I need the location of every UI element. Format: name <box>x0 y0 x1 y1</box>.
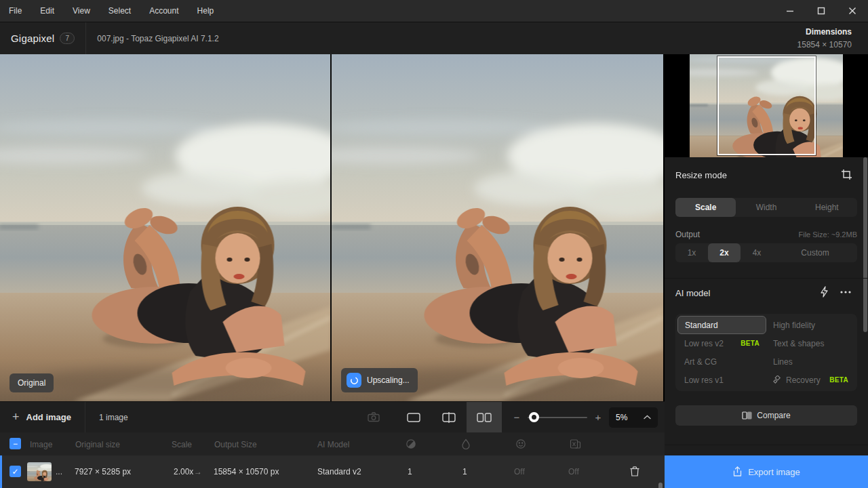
row-output-size: 15854 × 10570 px <box>214 467 279 476</box>
export-image-button[interactable]: Export image <box>665 455 868 488</box>
model-recovery[interactable]: Recovery BETA <box>766 371 855 389</box>
sparkle-icon <box>773 375 782 384</box>
row-ai-model: Standard v2 <box>317 467 361 476</box>
sidebar-scrollbar[interactable] <box>863 157 867 332</box>
zoom-slider-knob[interactable] <box>529 412 539 422</box>
col-image: Image <box>30 440 52 449</box>
col-ai-model: AI Model <box>317 440 349 449</box>
face-recovery-icon <box>515 439 526 449</box>
model-text-shapes[interactable]: Text & shapes <box>766 334 855 352</box>
view-controls: − + 5% <box>368 402 665 432</box>
original-badge-label: Original <box>18 378 45 388</box>
mode-height-button[interactable]: Height <box>797 198 857 217</box>
ai-model-title: AI model <box>675 288 710 298</box>
row-gamma-value[interactable]: Off <box>568 467 579 476</box>
model-art-cg-label: Art & CG <box>684 357 717 367</box>
right-sidebar: Resize mode Scale Width Height Output Fi… <box>665 54 868 488</box>
queue-table-header: − Image Original size Scale Output Size … <box>0 432 665 455</box>
menu-help[interactable]: Help <box>197 6 214 16</box>
preview-panel[interactable]: Upscaling... <box>332 54 663 401</box>
menu-account[interactable]: Account <box>149 6 178 16</box>
side-by-side-view-button[interactable] <box>467 402 502 433</box>
row-sharpen-value[interactable]: 1 <box>408 467 412 476</box>
add-image-button[interactable]: + Add image <box>0 402 85 432</box>
split-view-button[interactable] <box>431 402 467 433</box>
col-output-size: Output Size <box>214 440 257 449</box>
file-size-label: File Size: ~9.2MB <box>798 230 857 239</box>
resize-mode-segment: Scale Width Height <box>675 198 857 217</box>
mode-scale-button[interactable]: Scale <box>675 198 736 217</box>
select-all-checkbox[interactable]: − <box>9 438 21 449</box>
model-low-res-v1[interactable]: Low res v1 <box>677 371 766 389</box>
row-selected-indicator <box>0 455 2 488</box>
chevron-up-icon <box>644 415 651 420</box>
scale-1x-button[interactable]: 1x <box>675 243 708 262</box>
compare-button-label: Compare <box>757 411 790 420</box>
more-options-icon[interactable] <box>840 287 852 300</box>
model-lines-label: Lines <box>773 357 793 367</box>
model-standard[interactable]: Standard <box>677 316 766 334</box>
crop-icon[interactable] <box>841 169 852 183</box>
model-high-fidelity-label: High fidelity <box>773 321 815 330</box>
original-panel[interactable]: Original <box>0 54 332 401</box>
denoise-icon <box>461 439 471 449</box>
processing-badge: Upscaling... <box>341 368 418 392</box>
model-low-res-v2[interactable]: Low res v2 BETA <box>677 334 766 352</box>
lightning-icon[interactable] <box>819 286 830 300</box>
single-view-button[interactable] <box>396 402 431 433</box>
plus-icon: + <box>12 410 20 424</box>
ai-model-grid: Standard High fidelity Low res v2 BETA T… <box>675 314 857 391</box>
zoom-level-dropdown[interactable]: 5% <box>609 407 658 428</box>
title-divider <box>85 22 86 55</box>
model-lines[interactable]: Lines <box>766 352 855 371</box>
scale-2x-button[interactable]: 2x <box>708 243 741 262</box>
menu-bar: File Edit View Select Account Help <box>0 0 868 22</box>
model-art-cg[interactable]: Art & CG <box>677 352 766 371</box>
viewport-crop-box[interactable] <box>717 56 816 155</box>
snapshot-camera-icon[interactable] <box>368 412 380 422</box>
scale-4x-button[interactable]: 4x <box>741 243 773 262</box>
zoom-out-button[interactable]: − <box>510 411 524 423</box>
add-image-label: Add image <box>26 412 71 422</box>
resize-mode-title: Resize mode <box>675 170 727 180</box>
zoom-in-button[interactable]: + <box>591 411 605 423</box>
original-photo <box>0 54 330 401</box>
col-original-size: Original size <box>75 440 120 449</box>
dimensions-value: 15854 × 10570 <box>797 40 852 49</box>
navigator-pane <box>665 54 868 157</box>
image-viewer: Original Upscaling... <box>0 54 665 401</box>
model-high-fidelity[interactable]: High fidelity <box>766 316 855 334</box>
row-thumbnail <box>27 462 52 481</box>
col-scale: Scale <box>172 440 192 449</box>
sharpen-icon <box>406 439 416 449</box>
mode-width-button[interactable]: Width <box>736 198 796 217</box>
zoom-level-value: 5% <box>616 413 627 422</box>
compare-button[interactable]: Compare <box>675 405 857 426</box>
menu-edit[interactable]: Edit <box>40 6 54 16</box>
row-denoise-value[interactable]: 1 <box>462 467 467 476</box>
scale-custom-button[interactable]: Custom <box>773 243 857 262</box>
row-filename: ... <box>56 467 62 476</box>
spinner-icon <box>347 373 361 388</box>
maximize-button[interactable] <box>806 0 837 22</box>
row-checkbox[interactable]: ✓ <box>9 466 21 477</box>
minimize-button[interactable] <box>774 0 806 22</box>
section-divider <box>665 445 868 445</box>
trash-icon[interactable] <box>629 466 640 477</box>
title-bar: Gigapixel 7 007.jpg - Topaz Gigapixel AI… <box>0 22 868 54</box>
window-controls <box>774 0 868 22</box>
menu-file[interactable]: File <box>9 6 22 16</box>
table-scrollbar[interactable] <box>658 483 663 488</box>
row-face-recovery-value[interactable]: Off <box>514 467 525 476</box>
dimensions-block: Dimensions 15854 × 10570 <box>797 27 852 49</box>
output-label: Output <box>675 230 700 239</box>
close-button[interactable] <box>837 0 868 22</box>
dimensions-label: Dimensions <box>797 27 852 37</box>
queue-table-row[interactable]: ✓ ... 7927 × 5285 px 2.00x → 15854 × 105… <box>0 455 665 488</box>
zoom-slider[interactable] <box>528 417 587 418</box>
row-original-size: 7927 × 5285 px <box>75 467 131 476</box>
menu-view[interactable]: View <box>73 6 90 16</box>
menu-items: File Edit View Select Account Help <box>0 6 214 16</box>
beta-badge: BETA <box>829 376 848 384</box>
menu-select[interactable]: Select <box>108 6 131 16</box>
